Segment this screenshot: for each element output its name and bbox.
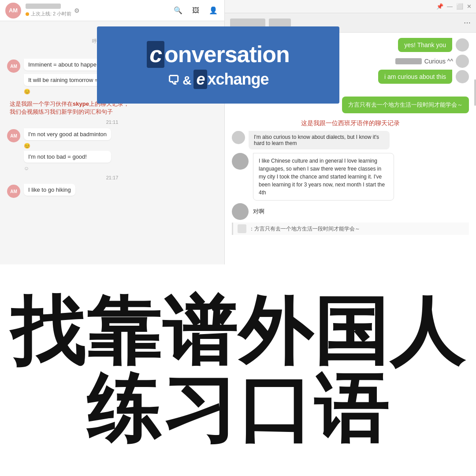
close-icon[interactable]: ✕: [467, 3, 472, 10]
bottom-quote-text: ：方言只有去一个地方生活一段时间才能学会～: [249, 225, 360, 233]
bubble-curious: i am curious about this: [378, 70, 452, 84]
ce-title-line2: 🗨 &exchange: [147, 70, 290, 89]
red-annotation-right: 这是我跟一位西班牙语伴的聊天记录: [232, 119, 469, 127]
bottom-quote: ：方言只有去一个地方生活一段时间才能学会～: [232, 223, 469, 235]
profile-icon[interactable]: 👤: [207, 4, 219, 17]
online-dot: [26, 12, 29, 16]
big-line-1: 找靠谱外国人: [11, 293, 465, 370]
avatar-am-2: AM: [7, 129, 20, 142]
maximize-icon[interactable]: ⬜: [456, 3, 463, 10]
ce-title-line1: conversation: [147, 41, 290, 68]
avatar-am-1: AM: [7, 60, 20, 73]
curious-text: Curious ^^: [424, 58, 453, 65]
msg-row-3: AM I like to go hiking: [7, 184, 217, 198]
scrollbar[interactable]: [474, 79, 476, 106]
spanish-avatar: [232, 153, 249, 170]
bq-icon: [238, 224, 246, 233]
spanish-section: I like Chinese culture and in general I …: [232, 153, 469, 201]
stacked-bubbles-3: I like to go hiking: [24, 184, 75, 196]
pin-icon[interactable]: 📌: [436, 3, 443, 10]
user-info: 上次上线: 2 小时前: [26, 4, 71, 17]
duia-avatar: [232, 203, 249, 220]
also-curious-bubble: I'm also curious to know about dialects,…: [249, 131, 390, 149]
avatar: AM: [5, 3, 21, 19]
top-section: AM 上次上线: 2 小时前 ⚙ 🔍 🖼 👤 20:51 呼叫 38 分钟 11…: [0, 0, 476, 264]
bracket-c: c: [147, 41, 164, 68]
timestamp-4: 21:17: [7, 175, 217, 180]
online-status: 上次上线: 2 小时前: [26, 11, 71, 17]
username-blur: [26, 4, 61, 9]
duia-text: 对啊: [253, 208, 264, 216]
avatar-blur-2: [456, 70, 469, 83]
curious-blur: [395, 58, 422, 64]
rt-icons: ⋯: [464, 19, 471, 27]
gear-icon[interactable]: ⚙: [74, 7, 80, 14]
more-icon[interactable]: ⋯: [464, 19, 471, 27]
emoji-react-2: 😊: [24, 143, 111, 149]
window-chrome: 📌 — ⬜ ✕: [225, 0, 476, 13]
minimize-icon[interactable]: —: [447, 3, 453, 10]
stacked-bubbles-2: I'm not very good at badminton 😊 I'm not…: [24, 128, 111, 171]
search-icon[interactable]: 🔍: [172, 4, 184, 17]
msg-row-2: AM I'm not very good at badminton 😊 I'm …: [7, 128, 217, 171]
contact-blur-1: [230, 19, 265, 27]
win-icons: 📌 — ⬜ ✕: [436, 3, 472, 10]
bubble-yes: yes! Thank you: [398, 38, 452, 52]
big-chinese-text: 找靠谱外国人 练习口语: [11, 293, 465, 448]
title-bar-icons: 🔍 🖼 👤: [172, 4, 219, 17]
ce-banner-inner: conversation 🗨 &exchange: [147, 41, 290, 89]
title-bar: AM 上次上线: 2 小时前 ⚙ 🔍 🖼 👤: [0, 0, 225, 21]
emoji-react-3: ☺: [24, 165, 111, 171]
spanish-bubble: I like Chinese culture and in general I …: [253, 153, 394, 201]
contact-blur-2: [269, 19, 291, 27]
dialect-bubble: 方言只有去一个地方生活一段时间才能学会～: [342, 97, 469, 113]
also-avatar: [232, 131, 245, 144]
big-line-2: 练习口语: [11, 370, 465, 448]
msg-bubble-3: I'm not very good at badminton: [24, 128, 111, 140]
curious-avatar: [456, 55, 469, 68]
bracket-e: e: [193, 70, 207, 89]
bottom-section: 找靠谱外国人 练习口语: [0, 264, 476, 476]
duia-row: 对啊: [232, 203, 469, 220]
avatar-blur-1: [456, 38, 469, 52]
photo-icon[interactable]: 🖼: [190, 4, 202, 17]
timestamp-3: 21:11: [7, 119, 217, 125]
avatar-am-3: AM: [7, 185, 20, 198]
ce-banner: conversation 🗨 &exchange: [97, 26, 339, 104]
also-curious-wrap: I'm also curious to know about dialects,…: [232, 131, 469, 149]
msg-bubble-5: I like to go hiking: [24, 184, 75, 196]
msg-bubble-4: I'm not too bad = good!: [24, 151, 111, 163]
